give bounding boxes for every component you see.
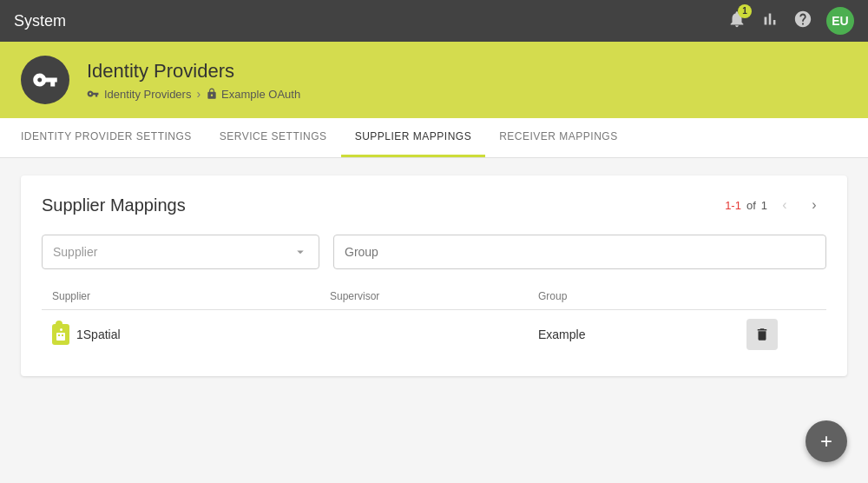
supplier-cell: 1Spatial: [52, 324, 330, 345]
col-header-actions: [746, 290, 816, 302]
notifications-icon[interactable]: 1: [727, 10, 746, 33]
header-banner: Identity Providers Identity Providers › …: [0, 42, 868, 118]
page-title: Identity Providers: [87, 59, 300, 84]
tab-service-settings[interactable]: SERVICE SETTINGS: [206, 118, 341, 157]
app-title: System: [14, 12, 66, 30]
pagination-range: 1-1: [725, 199, 741, 212]
supplier-name: 1Spatial: [76, 328, 121, 341]
supplier-filter[interactable]: Supplier: [42, 235, 319, 269]
chart-icon[interactable]: [760, 10, 779, 33]
building-icon: [56, 328, 66, 341]
add-fab-button[interactable]: +: [806, 420, 847, 462]
trash-icon: [754, 327, 770, 342]
col-header-supervisor: Supervisor: [330, 290, 538, 302]
supplier-mappings-card: Supplier Mappings 1-1 of 1 ‹ › Supplier …: [21, 175, 847, 376]
pagination-prev-button[interactable]: ‹: [773, 193, 797, 217]
pagination: 1-1 of 1 ‹ ›: [725, 193, 826, 217]
chevron-down-icon: [293, 244, 308, 260]
breadcrumb-separator: ›: [196, 87, 201, 101]
supplier-logo-icon: [52, 324, 69, 345]
help-icon[interactable]: [793, 10, 812, 33]
breadcrumb-current: Example OAuth: [206, 88, 300, 101]
topbar-actions: 1 EU: [727, 7, 854, 35]
breadcrumb: Identity Providers › Example OAuth: [87, 87, 300, 101]
delete-row-button[interactable]: [746, 319, 778, 350]
group-filter-input[interactable]: [333, 235, 826, 269]
pagination-total: 1: [761, 199, 767, 212]
user-avatar[interactable]: EU: [826, 7, 854, 35]
header-text: Identity Providers Identity Providers › …: [87, 59, 300, 102]
tab-receiver-mappings[interactable]: RECEIVER MAPPINGS: [485, 118, 632, 157]
table-header: Supplier Supervisor Group: [42, 283, 826, 310]
header-icon: [21, 56, 69, 104]
svg-rect-3: [60, 328, 62, 331]
tab-supplier-mappings[interactable]: SUPPLIER MAPPINGS: [341, 118, 486, 157]
topbar: System 1 EU: [0, 0, 868, 42]
svg-rect-2: [62, 334, 63, 336]
notification-badge: 1: [738, 4, 752, 18]
col-header-supplier: Supplier: [52, 290, 330, 302]
card-title: Supplier Mappings: [42, 195, 186, 215]
table-row: 1Spatial Example: [42, 310, 826, 359]
col-header-group: Group: [538, 290, 746, 302]
group-value: Example: [538, 328, 746, 341]
main-content: Supplier Mappings 1-1 of 1 ‹ › Supplier …: [0, 158, 868, 462]
svg-rect-1: [58, 334, 60, 336]
breadcrumb-parent[interactable]: Identity Providers: [104, 88, 191, 101]
tab-identity-provider-settings[interactable]: IDENTITY PROVIDER SETTINGS: [7, 118, 206, 157]
tabs-bar: IDENTITY PROVIDER SETTINGS SERVICE SETTI…: [0, 118, 868, 158]
pagination-next-button[interactable]: ›: [802, 193, 826, 217]
filters-row: Supplier: [42, 235, 826, 269]
svg-rect-0: [56, 333, 65, 341]
supplier-filter-placeholder: Supplier: [53, 245, 97, 259]
pagination-of: of: [746, 199, 756, 212]
card-header: Supplier Mappings 1-1 of 1 ‹ ›: [42, 193, 826, 217]
